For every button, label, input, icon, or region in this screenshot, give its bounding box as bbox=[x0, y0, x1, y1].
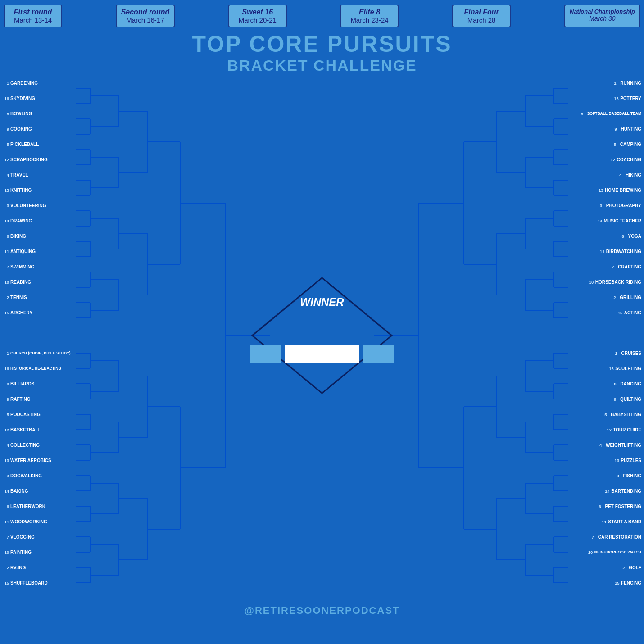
team-seed: 13 bbox=[3, 188, 9, 193]
team-row: NEIGHBORHOOD WATCH10 bbox=[556, 544, 641, 560]
team-row: 13KNITTING bbox=[3, 182, 76, 198]
team-seed: 14 bbox=[3, 218, 9, 223]
team-seed: 2 bbox=[3, 565, 9, 570]
team-seed: 13 bbox=[599, 188, 605, 193]
team-name: CHURCH (CHOIR, BIBLE STUDY) bbox=[10, 351, 71, 355]
team-name: BARTENDING bbox=[611, 489, 641, 494]
team-name: DANCING bbox=[620, 381, 641, 386]
team-seed: 11 bbox=[3, 249, 9, 254]
title-area: TOP CORE PURSUITS BRACKET CHALLENGE bbox=[0, 30, 644, 75]
team-row: 14BAKING bbox=[3, 483, 76, 499]
round-5-date: March 28 bbox=[459, 16, 503, 24]
team-seed: 14 bbox=[605, 489, 611, 494]
team-seed: 12 bbox=[607, 427, 613, 432]
team-name: GOLF bbox=[629, 565, 641, 570]
team-seed: 7 bbox=[3, 264, 9, 269]
team-name: CRAFTING bbox=[618, 264, 641, 269]
team-name: DOGWALKING bbox=[10, 473, 42, 478]
team-seed: 9 bbox=[614, 397, 620, 402]
team-row: START A BAND11 bbox=[556, 514, 641, 529]
team-name: VLOGGING bbox=[10, 535, 35, 540]
team-row: CRUISES1 bbox=[556, 345, 641, 361]
round-3-date: March 20-21 bbox=[234, 16, 281, 24]
team-name: BIKING bbox=[10, 234, 26, 239]
team-seed: 10 bbox=[3, 280, 9, 285]
winner-box-right[interactable] bbox=[363, 345, 394, 363]
team-name: TOUR GUIDE bbox=[613, 427, 641, 432]
team-name: BAKING bbox=[10, 489, 28, 494]
team-seed: 6 bbox=[599, 504, 605, 509]
team-seed: 4 bbox=[619, 172, 626, 177]
team-seed: 13 bbox=[614, 458, 621, 463]
team-name: BILLIARDS bbox=[10, 381, 34, 386]
team-seed: 15 bbox=[3, 581, 9, 585]
team-name: START A BAND bbox=[608, 519, 641, 524]
team-seed: 4 bbox=[3, 443, 9, 448]
team-name: BASKETBALL bbox=[10, 427, 41, 432]
team-name: COACHING bbox=[617, 157, 641, 162]
team-row: CAR RESTORATION7 bbox=[556, 529, 641, 544]
team-row: 10READING bbox=[3, 274, 76, 290]
team-row: RUNNING1 bbox=[556, 75, 641, 91]
team-seed: 7 bbox=[3, 535, 9, 540]
team-row: PET FOSTERING6 bbox=[556, 499, 641, 514]
team-seed: 1 bbox=[3, 351, 9, 356]
team-row: 7VLOGGING bbox=[3, 529, 76, 544]
team-name: WEIGHTLIFTING bbox=[606, 443, 641, 448]
team-row: 11WOODWORKING bbox=[3, 514, 76, 529]
round-5-box: Final Four March 28 bbox=[452, 5, 511, 27]
team-seed: 12 bbox=[3, 157, 9, 162]
team-name: BOWLING bbox=[10, 111, 32, 116]
right-top-teams: RUNNING1POTTERY16SOFTBALL/BASEBALL TEAM8… bbox=[556, 75, 641, 320]
team-name: HIKING bbox=[626, 172, 641, 177]
header: First round March 13-14 Second round Mar… bbox=[0, 0, 644, 30]
team-row: 5PICKLEBALL bbox=[3, 136, 76, 152]
team-row: 9RAFTING bbox=[3, 391, 76, 407]
team-name: ARCHERY bbox=[10, 310, 32, 315]
round-2-box: Second round March 16-17 bbox=[116, 5, 175, 27]
team-row: YOGA6 bbox=[556, 228, 641, 244]
team-row: GRILLING2 bbox=[556, 290, 641, 305]
team-seed: 10 bbox=[588, 550, 594, 555]
round-4-box: Elite 8 March 23-24 bbox=[340, 5, 399, 27]
team-row: 2RV-ING bbox=[3, 560, 76, 575]
team-name: ANTIQUING bbox=[10, 249, 36, 254]
team-seed: 10 bbox=[3, 550, 9, 555]
team-row: 9COOKING bbox=[3, 121, 76, 136]
winner-box-left[interactable] bbox=[250, 345, 281, 363]
team-row: DANCING8 bbox=[556, 376, 641, 391]
round-4-date: March 23-24 bbox=[345, 16, 393, 24]
winner-box-center[interactable] bbox=[285, 345, 359, 363]
team-seed: 8 bbox=[614, 381, 620, 386]
team-row: 6LEATHERWORK bbox=[3, 499, 76, 514]
footer-text: @RETIRESOONERPODCAST bbox=[244, 605, 399, 616]
team-row: 3VOLUNTEERING bbox=[3, 198, 76, 213]
team-row: 16SKYDIVING bbox=[3, 91, 76, 106]
team-seed: 10 bbox=[589, 280, 595, 285]
team-name: RAFTING bbox=[10, 397, 30, 402]
footer: @RETIRESOONERPODCAST bbox=[0, 602, 644, 619]
team-seed: 8 bbox=[3, 381, 9, 386]
team-row: 11ANTIQUING bbox=[3, 244, 76, 259]
team-row: 1GARDENING bbox=[3, 75, 76, 91]
team-name: GRILLING bbox=[620, 295, 641, 300]
round-4-name: Elite 8 bbox=[345, 8, 393, 16]
team-seed: 14 bbox=[598, 218, 604, 223]
team-row: HUNTING9 bbox=[556, 121, 641, 136]
team-row: CRAFTING7 bbox=[556, 259, 641, 274]
team-name: YOGA bbox=[628, 234, 641, 239]
team-name: SWIMMING bbox=[10, 264, 34, 269]
team-row: BABYSITTING5 bbox=[556, 407, 641, 422]
team-seed: 5 bbox=[604, 412, 611, 417]
round-6-box: National Championship March 30 bbox=[564, 5, 640, 27]
team-name: TENNIS bbox=[10, 295, 27, 300]
team-seed: 16 bbox=[3, 96, 9, 101]
team-name: KNITTING bbox=[10, 188, 32, 193]
team-row: 2TENNIS bbox=[3, 290, 76, 305]
team-row: PUZZLES13 bbox=[556, 453, 641, 468]
team-row: FISHING3 bbox=[556, 468, 641, 483]
team-row: SOFTBALL/BASEBALL TEAM8 bbox=[556, 106, 641, 121]
team-seed: 13 bbox=[3, 458, 9, 463]
left-bottom-teams: 1CHURCH (CHOIR, BIBLE STUDY)16HISTORICAL… bbox=[3, 345, 76, 590]
team-name: NEIGHBORHOOD WATCH bbox=[594, 550, 641, 554]
